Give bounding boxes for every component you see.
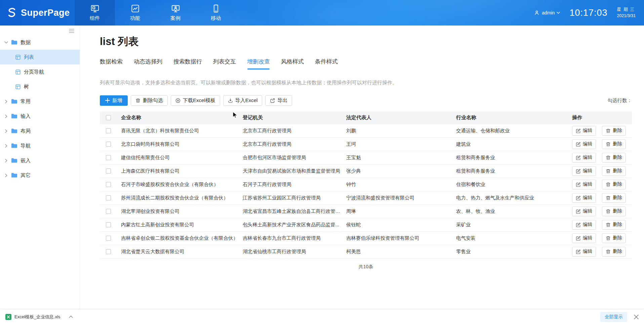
edit-icon <box>576 195 581 200</box>
company-name-cell: 湖北省楚天云大数据有限公司 <box>117 248 239 255</box>
delete-button[interactable]: 删除 <box>602 126 626 136</box>
tab-label: 增删改查 <box>247 58 270 65</box>
sidebar-item[interactable]: 布局 <box>0 124 80 138</box>
logo-icon <box>6 7 17 18</box>
industry-cell: 电气安装 <box>452 235 568 241</box>
row-checkbox-cell <box>100 169 117 174</box>
component-icon <box>15 55 21 60</box>
trash-icon <box>606 128 611 133</box>
delete-checked-button[interactable]: 删除勾选 <box>131 95 168 106</box>
column-header-actions: 操作 <box>568 114 632 121</box>
row-checkbox-cell <box>100 142 117 147</box>
chevron-up-icon[interactable] <box>69 316 73 318</box>
delete-button[interactable]: 删除 <box>602 206 626 216</box>
delete-button[interactable]: 删除 <box>602 220 626 230</box>
top-header: SuperPage 组件 功能 案例 <box>0 0 644 26</box>
top-nav-item-components[interactable]: 组件 <box>75 0 115 26</box>
row-checkbox[interactable] <box>106 128 111 133</box>
sidebar-item[interactable]: 其它 <box>0 168 80 183</box>
legal-representative-cell: 柯美思 <box>342 248 452 255</box>
row-checkbox[interactable] <box>106 142 111 147</box>
features-icon <box>131 4 140 13</box>
edit-button[interactable]: 编辑 <box>572 166 596 176</box>
header-right: admin 10:17:03 星期三 2021/3/31 <box>534 0 644 26</box>
row-checkbox-cell <box>100 222 117 227</box>
delete-button[interactable]: 删除 <box>602 153 626 163</box>
edit-button[interactable]: 编辑 <box>572 193 596 203</box>
registration-authority-cell: 合肥市包河区市场监督管理局 <box>239 154 342 161</box>
column-header-legal-rep: 法定代表人 <box>342 114 452 121</box>
edit-button[interactable]: 编辑 <box>572 153 596 163</box>
top-nav-item-features[interactable]: 功能 <box>115 0 155 26</box>
download-bar: Excel模板_企业信息.xls 全部显示 <box>0 310 644 324</box>
sidebar-item[interactable]: 导航 <box>0 138 80 153</box>
tab[interactable]: 列表交互 <box>213 58 236 70</box>
sidebar-item[interactable]: 列表 <box>0 50 80 64</box>
row-checkbox[interactable] <box>106 169 111 174</box>
close-icon[interactable] <box>634 315 639 319</box>
industry-cell: 租赁和商务服务业 <box>452 168 568 174</box>
tab-label: 条件样式 <box>315 58 338 65</box>
delete-button[interactable]: 删除 <box>602 233 626 243</box>
tab[interactable]: 数据检索 <box>100 58 123 70</box>
industry-cell: 租赁和商务服务业 <box>452 154 568 161</box>
table-row: 吉林省卓创众银二股权投资基金合伙企业（有限合伙） 吉林省长春市九台市工商行政管理… <box>100 232 632 245</box>
tab[interactable]: 搜索数据行 <box>173 58 202 70</box>
company-name-cell: 内蒙古红土高新创业投资有限公司 <box>117 222 239 228</box>
select-all-checkbox[interactable] <box>106 115 111 120</box>
sidebar-item[interactable]: 数据 <box>0 35 80 50</box>
date-label: 2021/3/31 <box>617 13 637 19</box>
user-menu[interactable]: admin <box>534 10 560 16</box>
legal-representative-cell: 王宝魁 <box>342 154 452 161</box>
tab[interactable]: 动态选择列 <box>134 58 162 70</box>
folder-icon <box>11 40 17 45</box>
row-checkbox[interactable] <box>106 195 111 200</box>
edit-button-label: 编辑 <box>583 168 592 174</box>
edit-button[interactable]: 编辑 <box>572 180 596 189</box>
row-checkbox[interactable] <box>106 236 111 241</box>
checked-rows-label: 勾选行数： <box>608 97 632 104</box>
sidebar-item[interactable]: 输入 <box>0 109 80 124</box>
sidebar-item[interactable]: 常用 <box>0 94 80 109</box>
export-button[interactable]: 导出 <box>265 95 292 106</box>
tab[interactable]: 风格样式 <box>281 58 304 70</box>
sidebar-item[interactable]: 树 <box>0 79 80 94</box>
download-template-button[interactable]: 下载Excel模板 <box>171 95 220 106</box>
delete-button[interactable]: 删除 <box>602 247 626 257</box>
legal-representative-cell: 钟竹 <box>342 181 452 188</box>
industry-cell: 交通运输、仓储和邮政业 <box>452 128 568 134</box>
row-checkbox[interactable] <box>106 209 111 214</box>
tab[interactable]: 条件样式 <box>315 58 338 70</box>
sidebar-collapse-icon[interactable] <box>69 29 74 33</box>
add-button[interactable]: 新增 <box>100 95 128 106</box>
edit-icon <box>576 236 581 241</box>
top-nav-item-cases[interactable]: 案例 <box>155 0 196 26</box>
import-excel-button[interactable]: 导入Excel <box>223 95 263 106</box>
downloaded-file-chip[interactable]: Excel模板_企业信息.xls <box>5 314 73 320</box>
row-checkbox[interactable] <box>106 249 111 254</box>
edit-button[interactable]: 编辑 <box>572 247 596 257</box>
edit-button[interactable]: 编辑 <box>572 220 596 230</box>
delete-button[interactable]: 删除 <box>602 193 626 203</box>
top-nav-item-mobile[interactable]: 移动 <box>196 0 236 26</box>
tab[interactable]: 增删改查 <box>247 58 270 70</box>
row-actions-cell: 编辑 删除 <box>568 139 632 149</box>
show-all-button[interactable]: 全部显示 <box>600 312 627 322</box>
edit-button[interactable]: 编辑 <box>572 233 596 243</box>
edit-button[interactable]: 编辑 <box>572 126 596 136</box>
downloaded-file-name: Excel模板_企业信息.xls <box>14 314 61 320</box>
row-checkbox[interactable] <box>106 182 111 187</box>
delete-button[interactable]: 删除 <box>602 139 626 149</box>
row-checkbox[interactable] <box>106 222 111 227</box>
registration-authority-cell: 包头稀土高新技术产业开发区食品药品监督... <box>239 222 342 228</box>
legal-representative-cell: 侯钰蛇 <box>342 222 452 228</box>
sidebar-item-label: 布局 <box>21 128 31 134</box>
sidebar-item[interactable]: 嵌入 <box>0 153 80 168</box>
edit-button[interactable]: 编辑 <box>572 206 596 216</box>
delete-button[interactable]: 删除 <box>602 166 626 176</box>
edit-icon <box>576 169 581 174</box>
sidebar-item[interactable]: 分页导航 <box>0 64 80 79</box>
delete-button[interactable]: 删除 <box>602 180 626 189</box>
edit-button[interactable]: 编辑 <box>572 139 596 149</box>
row-checkbox[interactable] <box>106 155 111 160</box>
